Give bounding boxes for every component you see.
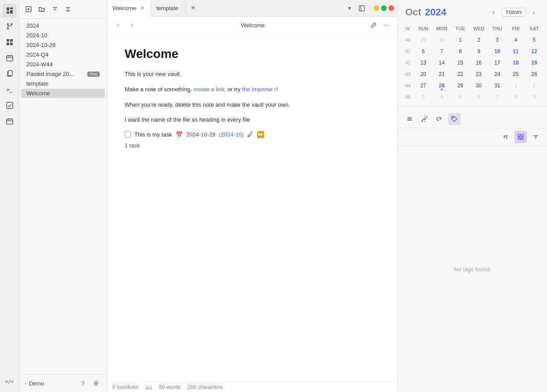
cal-day-43-1[interactable]: 21 [432, 68, 451, 80]
new-note-button[interactable] [23, 4, 34, 15]
cal-day-41-5[interactable]: 11 [507, 46, 525, 57]
list-tool-button[interactable] [403, 113, 416, 125]
cal-day-42-0[interactable]: 13 [414, 57, 432, 68]
tab-close-welcome[interactable]: ✕ [140, 4, 145, 12]
nav-forward-button[interactable]: › [126, 19, 138, 31]
cal-day-40-1[interactable]: 30 [432, 34, 451, 46]
cal-day-45-0[interactable]: 3 [414, 91, 432, 103]
tab-add-button[interactable]: + [186, 0, 200, 16]
week-num-41: 41 [402, 46, 414, 57]
nav-back-button[interactable]: ‹ [112, 19, 124, 31]
sort-button[interactable] [49, 4, 61, 15]
cal-day-42-6[interactable]: 19 [525, 57, 543, 68]
file-item-2024[interactable]: 2024 [21, 21, 105, 30]
file-item-pasted-image[interactable]: Pasted image 20... PNG [21, 69, 105, 79]
apps-sidebar-icon[interactable] [3, 35, 17, 49]
editor-title: Welcome [140, 22, 365, 29]
cal-day-44-5[interactable]: 1 [507, 80, 525, 91]
sort-asc-button[interactable] [500, 131, 512, 143]
cal-day-40-0[interactable]: 29 [414, 34, 432, 46]
calendar2-sidebar-icon[interactable] [3, 114, 17, 128]
task-edit-icon[interactable]: 🖊 [247, 131, 253, 138]
cal-day-44-3[interactable]: 30 [469, 80, 488, 91]
cal-day-43-0[interactable]: 20 [414, 68, 432, 80]
file-item-template[interactable]: template [21, 79, 105, 88]
file-item-welcome[interactable]: Welcome [21, 89, 105, 98]
cal-day-45-3[interactable]: 6 [469, 91, 488, 103]
cal-day-44-2[interactable]: 29 [451, 80, 469, 91]
cal-day-45-6[interactable]: 9 [525, 91, 543, 103]
cal-day-42-1[interactable]: 14 [432, 57, 451, 68]
cal-day-40-5[interactable]: 4 [507, 34, 525, 46]
cal-day-43-4[interactable]: 24 [488, 68, 507, 80]
cal-day-45-5[interactable]: 8 [507, 91, 525, 103]
task-date-link[interactable]: (2024-10) [219, 131, 243, 138]
collapse-button[interactable] [62, 4, 74, 15]
today-button[interactable]: TODAY [502, 8, 526, 17]
cal-next-button[interactable]: › [528, 6, 540, 18]
calendar-year: 2024 [425, 7, 446, 18]
tab-dropdown-button[interactable]: ▾ [344, 3, 355, 14]
group-button[interactable] [515, 131, 527, 143]
backlink-tool-button[interactable] [433, 113, 446, 125]
cal-day-41-3[interactable]: 9 [469, 46, 488, 57]
help-button[interactable]: ? [78, 378, 88, 388]
settings-button[interactable] [91, 378, 101, 388]
cal-day-41-6[interactable]: 12 [525, 46, 543, 57]
file-item-2024-w44[interactable]: 2024-W44 [21, 60, 105, 69]
cal-day-44-1[interactable]: 28 [432, 80, 451, 91]
task-forward-icon[interactable]: ⏩ [257, 131, 264, 138]
cal-day-42-3[interactable]: 16 [469, 57, 488, 68]
close-button[interactable] [389, 5, 394, 11]
cal-day-43-6[interactable]: 26 [525, 68, 543, 80]
backlinks-stat[interactable]: 0 backlinks [112, 384, 138, 390]
cal-day-43-3[interactable]: 23 [469, 68, 488, 80]
cal-day-40-4[interactable]: 3 [488, 34, 507, 46]
cal-day-41-0[interactable]: 6 [414, 46, 432, 57]
cal-day-42-2[interactable]: 15 [451, 57, 469, 68]
new-folder-button[interactable] [36, 4, 47, 15]
edit-button[interactable] [368, 19, 379, 31]
cal-day-41-2[interactable]: 8 [451, 46, 469, 57]
git-sidebar-icon[interactable] [3, 19, 17, 33]
task-checkbox[interactable] [125, 131, 131, 137]
tab-welcome[interactable]: Welcome ✕ [107, 0, 151, 17]
cal-day-43-5[interactable]: 25 [507, 68, 525, 80]
terminal-sidebar-icon[interactable]: >_ [3, 83, 17, 97]
calendar-sidebar-icon[interactable] [3, 51, 17, 65]
cal-day-44-6[interactable]: 2 [525, 80, 543, 91]
cal-day-44-0[interactable]: 27 [414, 80, 432, 91]
cal-day-43-2[interactable]: 22 [451, 68, 469, 80]
cal-day-44-4[interactable]: 31 [488, 80, 507, 91]
para2-end: ! [276, 86, 278, 93]
cal-day-42-5[interactable]: 18 [507, 57, 525, 68]
checklist-sidebar-icon[interactable] [3, 98, 17, 112]
minimize-button[interactable] [374, 5, 379, 11]
cal-day-40-3[interactable]: 2 [469, 34, 488, 46]
file-item-2024-10-28[interactable]: 2024-10-28 [21, 40, 105, 50]
tag-tool-button[interactable] [448, 113, 461, 125]
importer-link[interactable]: the Importer↗ [242, 86, 276, 93]
cal-day-40-2[interactable]: 1 [451, 34, 469, 46]
cal-day-45-4[interactable]: 7 [488, 91, 507, 103]
editor-heading: Welcome [125, 47, 380, 61]
toggle-sidebar-button[interactable] [356, 3, 367, 14]
file-item-2024-10[interactable]: 2024-10 [21, 31, 105, 40]
cal-day-45-1[interactable]: 4 [432, 91, 451, 103]
cal-day-42-4[interactable]: 17 [488, 57, 507, 68]
create-link[interactable]: create a link [194, 86, 224, 93]
copy-sidebar-icon[interactable] [3, 67, 17, 81]
maximize-button[interactable] [381, 5, 387, 11]
cal-day-41-4[interactable]: 10 [488, 46, 507, 57]
sort-toggle-button[interactable] [529, 131, 542, 143]
more-button[interactable]: ⋯ [381, 19, 392, 31]
tab-template[interactable]: template [151, 0, 186, 16]
file-item-2024-q4[interactable]: 2024-Q4 [21, 50, 105, 59]
code-sidebar-icon[interactable]: </> [3, 374, 17, 388]
cal-day-45-2[interactable]: 5 [451, 91, 469, 103]
cal-day-40-6[interactable]: 5 [525, 34, 543, 46]
cal-day-41-1[interactable]: 7 [432, 46, 451, 57]
files-sidebar-icon[interactable] [3, 4, 17, 18]
cal-prev-button[interactable]: ‹ [488, 6, 500, 18]
link-tool-button[interactable] [418, 113, 431, 125]
